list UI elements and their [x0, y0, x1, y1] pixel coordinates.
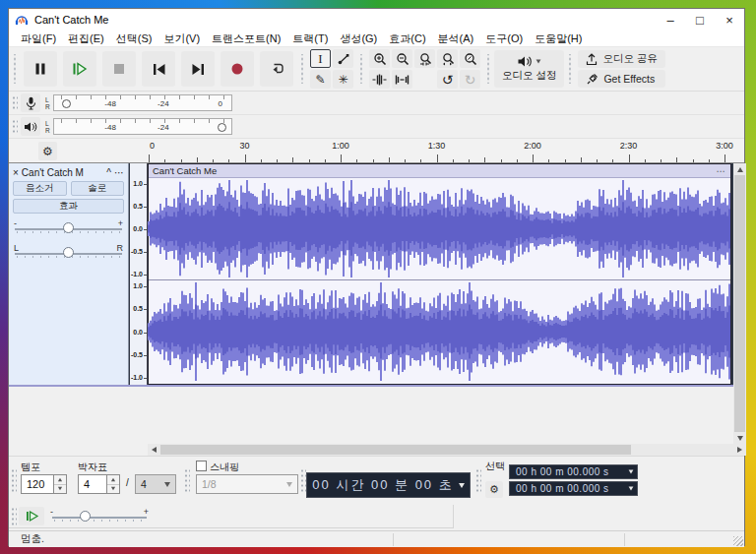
timesig-upper-input[interactable]: 4 [78, 474, 107, 494]
timeline-major-tick [245, 154, 246, 162]
gain-slider-thumb[interactable] [63, 222, 74, 233]
toolbar-grip[interactable] [11, 507, 17, 525]
snapping-checkbox[interactable] [196, 461, 207, 471]
audio-setup-button[interactable]: 오디오 설정 [494, 50, 564, 88]
toolbar-grip[interactable] [475, 468, 481, 494]
loop-button[interactable] [260, 51, 293, 87]
selection-options-button[interactable]: ⚙ [485, 481, 503, 498]
timeline-options-button[interactable]: ⚙ [38, 142, 57, 160]
menu-item-8[interactable]: 효과(C) [383, 31, 431, 47]
vertical-scale-ruler[interactable]: 1.00.50.0-0.5-1.01.00.50.0-0.5-1.0 [130, 163, 148, 385]
selection-end-field[interactable]: 00 h 00 m 00.000 s [509, 481, 638, 496]
playback-speed-slider[interactable]: - + [50, 507, 149, 525]
maximize-button[interactable]: □ [685, 9, 715, 31]
toolbar-grip[interactable] [358, 54, 364, 84]
gain-slider[interactable]: - + [13, 221, 124, 236]
speed-slider-thumb[interactable] [80, 511, 91, 522]
resize-grip[interactable] [733, 536, 743, 546]
menu-item-2[interactable]: 편집(E) [62, 31, 110, 47]
menu-item-4[interactable]: 보기(V) [158, 31, 206, 47]
selection-start-field[interactable]: 00 h 00 m 00.000 s [509, 464, 638, 479]
toolbar-grip[interactable] [567, 54, 573, 84]
toolbar-grip[interactable] [299, 54, 305, 84]
scroll-right-button[interactable] [733, 444, 746, 456]
timeline-minor-tick [517, 159, 518, 162]
play-button[interactable] [63, 51, 96, 87]
solo-button[interactable]: 솔로 [71, 181, 125, 196]
scroll-left-button[interactable] [148, 444, 160, 456]
clip-header[interactable]: Can't Catch Me ⋯ [149, 164, 730, 178]
zoom-in-button[interactable] [369, 49, 390, 68]
play-at-speed-button[interactable] [19, 507, 44, 525]
play-meter-bar[interactable]: -48-24 [53, 118, 232, 135]
track-close-icon[interactable]: × [13, 167, 19, 178]
zoom-out-button[interactable] [392, 49, 412, 68]
minimize-button[interactable]: – [656, 9, 685, 31]
tempo-spinner[interactable] [54, 474, 67, 494]
close-button[interactable]: × [715, 9, 744, 31]
zoom-fit-button[interactable] [437, 49, 458, 68]
menu-item-6[interactable]: 트랙(T) [286, 31, 334, 47]
vertical-scrollbar[interactable] [733, 163, 746, 444]
tempo-input[interactable]: 120 [21, 474, 54, 494]
selection-tool-button[interactable]: I [310, 49, 331, 68]
toolbar-grip[interactable] [12, 54, 18, 84]
toolbar-grip[interactable] [184, 468, 190, 494]
skip-to-end-button[interactable] [181, 51, 215, 87]
menu-item-9[interactable]: 분석(A) [432, 31, 480, 47]
timesig-lower-select[interactable]: 4 [135, 474, 176, 494]
horizontal-scrollbar-thumb[interactable] [160, 445, 631, 455]
zoom-toggle-button[interactable] [460, 49, 480, 68]
effects-button[interactable]: 효과 [13, 199, 124, 214]
ruler-value-label: 1.0 [133, 180, 143, 187]
timeline-scale[interactable]: 0301:001:302:002:303:00 [148, 139, 732, 162]
redo-button[interactable]: ↻ [460, 70, 480, 89]
menu-item-1[interactable]: 파일(F) [15, 31, 62, 47]
scroll-up-button[interactable] [733, 163, 746, 175]
play-meter-button[interactable] [21, 117, 40, 136]
audio-clip[interactable]: Can't Catch Me ⋯ [148, 163, 731, 385]
draw-tool-button[interactable]: ✎ [310, 70, 331, 89]
zoom-selection-icon [418, 52, 432, 66]
track-menu-icon[interactable]: ⋯ [114, 167, 124, 178]
toolbar-grip[interactable] [12, 95, 18, 111]
horizontal-scrollbar[interactable] [148, 444, 746, 456]
share-audio-button[interactable]: 오디오 공유 [578, 50, 664, 68]
vertical-scrollbar-thumb[interactable] [734, 175, 745, 432]
snap-mode-select[interactable]: 1/8 [196, 474, 298, 494]
title-bar[interactable]: Can't Catch Me – □ × [9, 9, 744, 31]
menu-item-5[interactable]: 트랜스포트(N) [206, 31, 286, 47]
status-bar: 멈춤. [9, 530, 744, 547]
pan-slider[interactable]: L R [13, 246, 124, 261]
menu-item-10[interactable]: 도구(O) [479, 31, 529, 47]
track-name[interactable]: Can't Catch M [22, 167, 103, 178]
skip-to-start-button[interactable] [142, 51, 175, 87]
scroll-down-button[interactable] [733, 432, 746, 444]
time-display[interactable]: 00 시간 00 분 00 초 [306, 472, 471, 498]
menu-item-3[interactable]: 선택(S) [110, 31, 158, 47]
toolbar-grip[interactable] [485, 54, 491, 84]
mute-button[interactable]: 음소거 [13, 181, 67, 196]
trim-audio-button[interactable] [369, 70, 390, 89]
record-button[interactable] [220, 51, 254, 87]
stop-button[interactable] [102, 51, 136, 87]
get-effects-button[interactable]: Get Effects [578, 70, 664, 88]
zoom-selection-button[interactable] [414, 49, 435, 68]
toolbar-grip[interactable] [11, 468, 17, 494]
timesig-spinner[interactable] [107, 474, 120, 494]
undo-button[interactable]: ↺ [437, 70, 458, 89]
clip-menu-icon[interactable]: ⋯ [717, 165, 727, 176]
envelope-tool-button[interactable] [333, 49, 353, 68]
pause-button[interactable] [24, 51, 57, 87]
silence-audio-button[interactable] [392, 70, 412, 89]
record-meter-bar[interactable]: -48-240 [53, 94, 232, 111]
track-control-panel[interactable]: × Can't Catch M ^ ⋯ 음소거 솔로 효과 - + L R [9, 163, 129, 385]
menu-item-11[interactable]: 도움말(H) [529, 31, 588, 47]
toolbar-grip[interactable] [12, 119, 18, 135]
multi-tool-button[interactable]: ✳ [333, 70, 353, 89]
track-collapse-icon[interactable]: ^ [106, 167, 111, 178]
menu-item-7[interactable]: 생성(G) [334, 31, 383, 47]
timeline-ruler[interactable]: ⚙ 0301:001:302:002:303:00 [9, 139, 744, 163]
record-meter-button[interactable] [21, 93, 40, 112]
pan-slider-thumb[interactable] [63, 247, 74, 258]
